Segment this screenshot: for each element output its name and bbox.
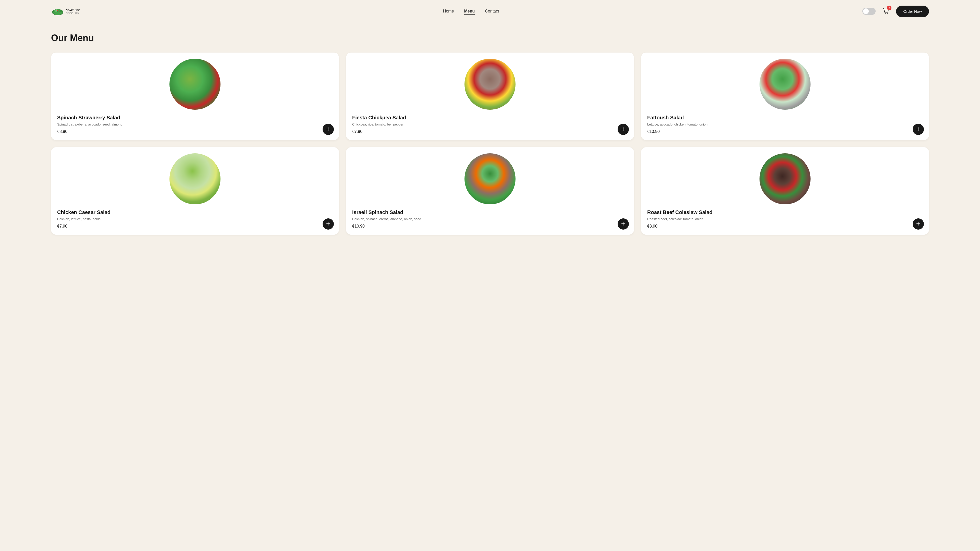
svg-point-5 — [57, 10, 58, 11]
card-image-wrapper — [352, 153, 628, 204]
card-image-wrapper — [647, 153, 923, 204]
card-price-fiesta-chickpea: €7.90 — [352, 129, 363, 134]
nav-contact[interactable]: Contact — [485, 9, 499, 14]
nav-home[interactable]: Home — [443, 9, 454, 14]
card-ingredients-roast-beef-coleslaw: Roasted beef, coleslaw, tomato, onion — [647, 217, 703, 221]
card-add-btn-israeli-spinach[interactable]: + — [617, 218, 629, 230]
menu-card-spinach-strawberry: Spinach Strawberry Salad Spinach, strawb… — [51, 52, 339, 140]
cart-button[interactable]: 2 — [880, 6, 891, 17]
card-name-fiesta-chickpea: Fiesta Chickpea Salad — [352, 115, 406, 121]
card-image-wrapper — [352, 59, 628, 110]
card-image-fiesta-chickpea — [465, 59, 515, 110]
card-name-spinach-strawberry: Spinach Strawberry Salad — [57, 115, 120, 121]
header-actions: 2 Order Now — [862, 6, 929, 17]
card-price-israeli-spinach: €10.90 — [352, 224, 365, 229]
card-name-roast-beef-coleslaw: Roast Beef Coleslaw Salad — [647, 210, 713, 215]
card-image-chicken-caesar — [169, 153, 221, 204]
card-ingredients-fattoush: Lettuce, avocado, chicken, tomato, onion — [647, 122, 708, 127]
logo-icon — [51, 5, 64, 18]
card-image-wrapper — [647, 59, 923, 110]
card-price-chicken-caesar: €7.90 — [57, 224, 67, 229]
logo[interactable]: Salad Bar SINCE 1995 — [51, 5, 80, 18]
card-image-fattoush — [759, 59, 811, 110]
card-image-spinach-strawberry — [169, 59, 221, 110]
card-ingredients-chicken-caesar: Chicken, lettuce, pasta, garlic — [57, 217, 100, 221]
menu-card-fiesta-chickpea: Fiesta Chickpea Salad Chickpea, rice, to… — [346, 52, 634, 140]
card-ingredients-israeli-spinach: Chicken, spinach, carrot, jalapeno, onio… — [352, 217, 421, 221]
card-image-wrapper — [57, 59, 333, 110]
logo-brand-name: Salad Bar — [66, 8, 80, 12]
theme-toggle[interactable] — [862, 8, 876, 15]
header: Salad Bar SINCE 1995 Home Menu Contact 2… — [0, 0, 980, 22]
menu-grid: Spinach Strawberry Salad Spinach, strawb… — [51, 52, 929, 235]
card-add-btn-fattoush[interactable]: + — [913, 124, 924, 135]
card-image-israeli-spinach — [465, 153, 515, 204]
main-content: Our Menu Spinach Strawberry Salad Spinac… — [0, 22, 980, 250]
card-add-btn-chicken-caesar[interactable]: + — [323, 218, 334, 230]
card-ingredients-fiesta-chickpea: Chickpea, rice, tomato, bell pepper — [352, 122, 404, 127]
menu-card-fattoush: Fattoush Salad Lettuce, avocado, chicken… — [641, 52, 929, 140]
svg-point-6 — [59, 11, 60, 12]
card-add-btn-fiesta-chickpea[interactable]: + — [617, 124, 629, 135]
card-image-roast-beef-coleslaw — [759, 153, 811, 204]
card-name-israeli-spinach: Israeli Spinach Salad — [352, 210, 403, 215]
card-add-btn-spinach-strawberry[interactable]: + — [323, 124, 334, 135]
order-now-button[interactable]: Order Now — [896, 6, 929, 17]
main-nav: Home Menu Contact — [443, 9, 499, 14]
card-add-btn-roast-beef-coleslaw[interactable]: + — [913, 218, 924, 230]
card-price-roast-beef-coleslaw: €8.90 — [647, 224, 657, 229]
card-ingredients-spinach-strawberry: Spinach, strawberry, avocado, seed, almo… — [57, 122, 123, 127]
nav-menu[interactable]: Menu — [464, 9, 475, 14]
card-image-wrapper — [57, 153, 333, 204]
cart-count: 2 — [887, 6, 891, 10]
card-price-fattoush: €10.90 — [647, 129, 660, 134]
logo-since: SINCE 1995 — [66, 12, 80, 14]
menu-card-chicken-caesar: Chicken Caesar Salad Chicken, lettuce, p… — [51, 147, 339, 235]
card-price-spinach-strawberry: €8.90 — [57, 129, 67, 134]
menu-card-israeli-spinach: Israeli Spinach Salad Chicken, spinach, … — [346, 147, 634, 235]
svg-point-7 — [885, 13, 886, 14]
page-title: Our Menu — [51, 33, 929, 43]
svg-point-8 — [887, 13, 888, 14]
menu-card-roast-beef-coleslaw: Roast Beef Coleslaw Salad Roasted beef, … — [641, 147, 929, 235]
card-name-chicken-caesar: Chicken Caesar Salad — [57, 210, 110, 215]
card-name-fattoush: Fattoush Salad — [647, 115, 684, 121]
